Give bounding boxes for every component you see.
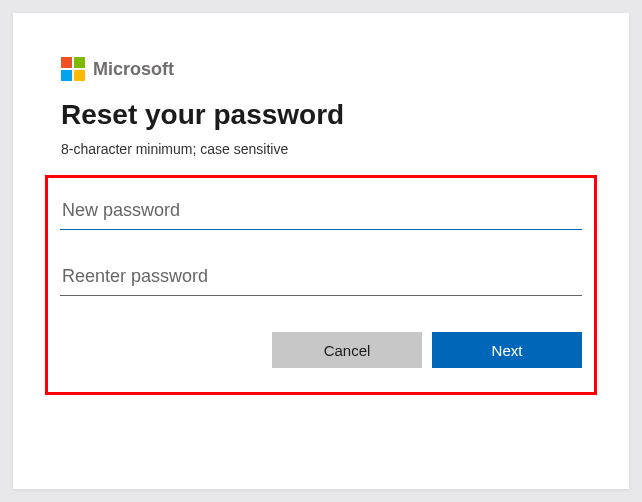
button-row: Cancel Next (60, 332, 582, 368)
cancel-button[interactable]: Cancel (272, 332, 422, 368)
page-subtitle: 8-character minimum; case sensitive (61, 141, 581, 157)
page-title: Reset your password (61, 99, 581, 131)
svg-rect-3 (74, 70, 85, 81)
brand-row: Microsoft (61, 57, 581, 81)
brand-wordmark: Microsoft (93, 59, 174, 80)
next-button[interactable]: Next (432, 332, 582, 368)
microsoft-logo-icon (61, 57, 85, 81)
svg-rect-0 (61, 57, 72, 68)
new-password-input[interactable] (60, 192, 582, 230)
svg-rect-2 (61, 70, 72, 81)
reenter-password-input[interactable] (60, 258, 582, 296)
svg-rect-1 (74, 57, 85, 68)
form-highlight-box: Cancel Next (45, 175, 597, 395)
reset-password-card: Microsoft Reset your password 8-characte… (13, 13, 629, 489)
